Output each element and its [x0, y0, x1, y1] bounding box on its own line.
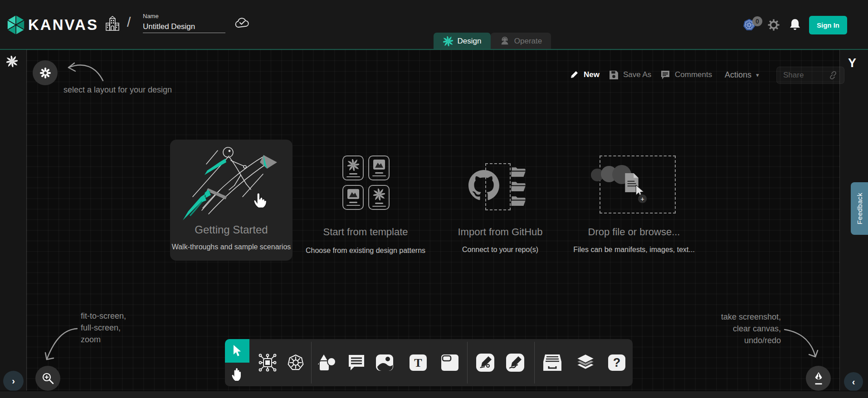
shapes-icon — [317, 354, 337, 372]
k8s-context-count-badge: 0 — [752, 16, 762, 26]
card-subtitle: Choose from existing design patterns — [306, 247, 425, 255]
actions-dropdown[interactable]: Actions ▾ — [725, 67, 759, 83]
snowflake-icon — [39, 67, 52, 79]
card-title: Start from template — [323, 226, 408, 238]
layout-hint-text: select a layout for your design — [63, 84, 172, 96]
tab-design-label: Design — [458, 37, 482, 46]
text-tool[interactable]: T — [409, 354, 427, 371]
operator-icon — [500, 36, 510, 46]
new-label: New — [584, 70, 600, 79]
pencil-icon — [569, 70, 579, 80]
shapes-tool[interactable] — [317, 354, 337, 372]
image-tool[interactable] — [375, 354, 394, 371]
brand-wordmark: KANVAS — [28, 16, 98, 34]
toolbar-divider — [467, 342, 468, 383]
help-tool[interactable]: ? — [608, 354, 626, 371]
component-tool[interactable] — [258, 353, 277, 372]
drawer-tool[interactable] — [542, 354, 562, 372]
kanvas-hexagon-logo[interactable] — [5, 14, 26, 36]
design-name-input[interactable] — [143, 21, 225, 33]
sign-in-button[interactable]: Sign In — [809, 16, 847, 34]
chevron-down-icon: ▾ — [756, 72, 759, 78]
card-title: Drop file or browse... — [588, 226, 680, 238]
arrow-to-zoom-button — [39, 324, 82, 365]
pen-tool[interactable] — [476, 353, 495, 372]
arrow-to-pen-button — [780, 324, 821, 363]
github-octocat-icon — [468, 170, 499, 201]
zoom-controls-button[interactable] — [35, 366, 60, 391]
link-icon — [829, 71, 838, 80]
new-design-button[interactable]: New — [569, 67, 600, 83]
feedback-label: Feedback — [856, 193, 863, 224]
comments-button[interactable]: Comments — [660, 67, 712, 83]
select-tool-icon — [232, 345, 243, 357]
help-tool-icon: ? — [608, 354, 626, 371]
toolbar-divider — [311, 342, 312, 383]
card-title: Getting Started — [195, 223, 268, 236]
rocket-illustration — [175, 142, 288, 222]
left-edge-panel — [0, 50, 26, 391]
tab-operate[interactable]: Operate — [491, 33, 551, 50]
arrow-to-layout-button — [61, 59, 109, 87]
tab-design[interactable]: Design — [434, 33, 491, 50]
component-chip-icon — [258, 353, 277, 372]
canvas-top-border — [0, 49, 868, 50]
chevron-right-icon: › — [12, 376, 15, 386]
kanvas-app: KANVAS / Name — [0, 0, 868, 398]
draw-tool[interactable] — [506, 353, 525, 372]
svg-text:T: T — [414, 356, 422, 369]
text-tool-icon: T — [409, 354, 427, 371]
note-tool[interactable] — [441, 354, 459, 371]
feedback-tab[interactable]: Feedback — [851, 182, 868, 235]
getting-started-card[interactable]: Getting Started Walk-throughs and sample… — [170, 140, 293, 261]
template-tile — [342, 185, 364, 210]
cloud-saved-icon — [234, 17, 250, 29]
share-button[interactable]: Share — [776, 67, 844, 84]
folder-icon — [511, 166, 526, 177]
kubernetes-tool[interactable] — [286, 353, 305, 372]
bottom-scroll-strip[interactable] — [0, 391, 868, 398]
card-subtitle: Files can be manifests, images, text... — [573, 246, 695, 254]
image-tool-icon — [375, 354, 394, 371]
tab-operate-label: Operate — [514, 37, 542, 46]
pen-nib-icon — [813, 372, 824, 385]
comments-label: Comments — [675, 70, 712, 79]
design-name-label: Name — [143, 13, 159, 19]
layout-select-button[interactable] — [33, 60, 58, 85]
clock-hands-y-icon[interactable]: Y — [848, 56, 856, 70]
pan-tool[interactable] — [225, 363, 249, 386]
note-tool-icon — [441, 354, 459, 371]
svg-text:?: ? — [613, 356, 621, 369]
image-icon — [373, 159, 385, 170]
comment-tool[interactable] — [347, 354, 366, 371]
gear-icon[interactable] — [767, 19, 780, 31]
card-subtitle: Connect to your repo(s) — [462, 246, 538, 254]
save-icon — [609, 70, 619, 80]
actions-label: Actions — [725, 70, 751, 80]
save-as-label: Save As — [623, 70, 651, 79]
image-icon — [347, 189, 360, 199]
hand-cursor-icon — [253, 190, 268, 209]
draw-tool-icon — [506, 353, 525, 372]
folder-icon — [511, 195, 526, 206]
pinwheel-logo-icon — [373, 189, 385, 200]
save-as-button[interactable]: Save As — [609, 67, 651, 83]
canvas-actions-button[interactable] — [806, 366, 831, 391]
select-tool[interactable] — [225, 339, 249, 363]
folder-icon — [511, 180, 526, 192]
template-tile — [368, 185, 390, 210]
bell-icon[interactable] — [789, 18, 801, 32]
share-label: Share — [783, 71, 804, 80]
pen-tool-icon — [476, 353, 495, 372]
card-title: Import from GitHub — [458, 226, 542, 238]
plus-badge: + — [638, 194, 647, 204]
collapse-right-panel-button[interactable]: ‹ — [844, 372, 863, 391]
breadcrumb-separator: / — [127, 15, 131, 30]
primary-tool-column — [225, 339, 249, 386]
layers-tool[interactable] — [575, 353, 595, 372]
chevron-left-icon: ‹ — [852, 377, 855, 387]
meshery-spiral-icon[interactable] — [6, 56, 18, 67]
organization-building-icon[interactable] — [104, 16, 121, 31]
expand-left-panel-button[interactable]: › — [3, 371, 24, 391]
bottom-toolbar: T — [249, 339, 633, 386]
